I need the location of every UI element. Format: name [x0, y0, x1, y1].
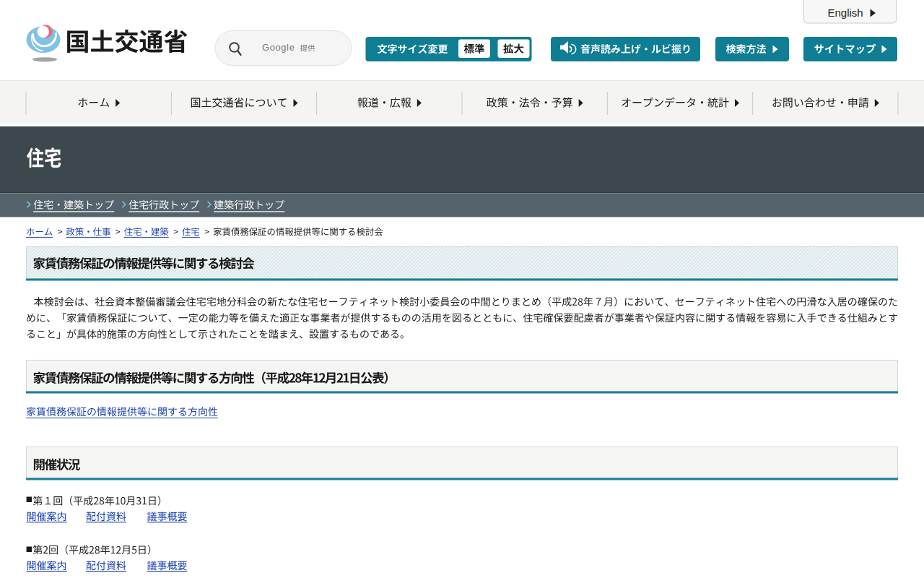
svg-text:English: English — [828, 7, 863, 19]
svg-text:Google: Google — [262, 42, 295, 53]
